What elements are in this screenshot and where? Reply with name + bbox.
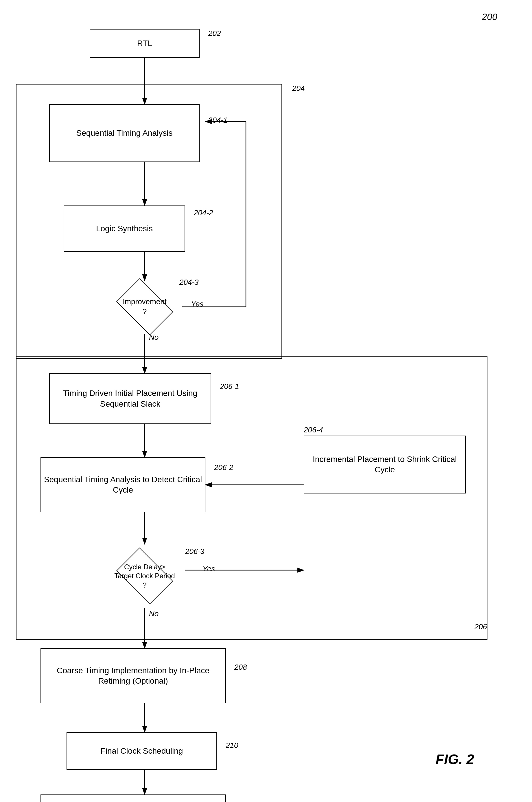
ref-206-2: 206-2 <box>214 463 233 472</box>
yes-label-2: Yes <box>203 564 215 573</box>
final-clock-label: Final Clock Scheduling <box>101 746 183 756</box>
logic-synth-label: Logic Synthesis <box>96 223 153 234</box>
ref-202: 202 <box>208 29 221 38</box>
rtl-box: RTL <box>90 29 200 58</box>
seq-timing-1-label: Sequential Timing Analysis <box>76 128 172 138</box>
coarse-timing-box: Coarse Timing Implementation by In-Place… <box>40 648 226 703</box>
coarse-timing-label: Coarse Timing Implementation by In-Place… <box>41 665 225 687</box>
incremental-box: Incremental Placement to Shrink Critical… <box>304 435 466 493</box>
ref-206: 206 <box>474 622 487 631</box>
rtl-label: RTL <box>137 38 152 49</box>
timing-driven-box: Timing Driven Initial Placement Using Se… <box>49 373 211 424</box>
ref-204: 204 <box>292 84 305 93</box>
ref-200: 200 <box>482 12 497 22</box>
cycle-delay-text: Cycle Delay>Target Clock Period? <box>114 562 175 590</box>
improvement-diamond: Improvement? <box>104 278 185 336</box>
seq-timing-2-box: Sequential Timing Analysis to Detect Cri… <box>40 457 205 512</box>
no-label-1: No <box>149 333 158 342</box>
yes-label-1: Yes <box>191 300 203 309</box>
ref-206-4: 206-4 <box>304 426 323 434</box>
improvement-text: Improvement? <box>123 297 167 317</box>
seq-timing-2-label: Sequential Timing Analysis to Detect Cri… <box>41 474 205 496</box>
diagram-container: 200 RTL 202 204 Sequential Timing Analys… <box>0 0 532 802</box>
fig-label: FIG. 2 <box>436 751 474 767</box>
seq-timing-analysis-1-box: Sequential Timing Analysis <box>49 104 200 162</box>
cycle-delay-diamond: Cycle Delay>Target Clock Period? <box>95 541 194 611</box>
incremental-label: Incremental Placement to Shrink Critical… <box>304 454 465 475</box>
ref-204-1: 204-1 <box>208 116 228 125</box>
ref-204-3: 204-3 <box>179 278 199 287</box>
no-label-2: No <box>149 609 158 618</box>
clock-tree-box: Clock Tree Synthesis Routing and Chip Fi… <box>40 795 226 802</box>
ref-206-3: 206-3 <box>185 547 205 556</box>
timing-driven-label: Timing Driven Initial Placement Using Se… <box>50 388 211 409</box>
logic-synthesis-box: Logic Synthesis <box>64 205 185 252</box>
ref-204-2: 204-2 <box>194 208 213 217</box>
ref-210: 210 <box>226 741 238 750</box>
final-clock-box: Final Clock Scheduling <box>66 732 217 770</box>
ref-206-1: 206-1 <box>220 382 239 391</box>
ref-208: 208 <box>234 663 247 672</box>
